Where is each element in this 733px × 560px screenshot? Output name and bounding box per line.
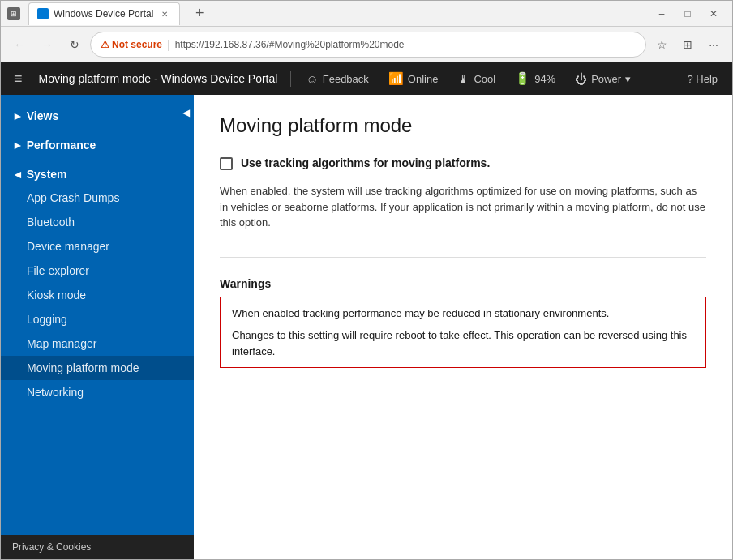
toolbar-divider bbox=[290, 71, 291, 87]
sidebar-category-performance[interactable]: ► Performance bbox=[1, 134, 194, 156]
privacy-cookies-label: Privacy & Cookies bbox=[12, 541, 91, 553]
not-secure-label: Not secure bbox=[112, 39, 162, 50]
battery-label: 94% bbox=[534, 73, 555, 85]
forward-icon: → bbox=[41, 38, 53, 51]
sidebar-scroll: ► Views ► Performance ◄ System App Crash… bbox=[1, 95, 194, 535]
toolbar-title: Moving platform mode - Windows Device Po… bbox=[32, 72, 285, 85]
main-area: ◀ ► Views ► Performance ◄ System bbox=[1, 95, 732, 559]
tracking-checkbox-row: Use tracking algorithms for moving platf… bbox=[220, 156, 706, 170]
content-area: Moving platform mode Use tracking algori… bbox=[194, 95, 732, 559]
sidebar-category-views[interactable]: ► Views bbox=[1, 105, 194, 127]
tab-favicon bbox=[37, 8, 49, 19]
back-icon: ← bbox=[14, 38, 25, 51]
sidebar-item-label: Bluetooth bbox=[27, 216, 75, 229]
nav-tools: ☆ ⊞ ··· bbox=[649, 32, 726, 57]
refresh-icon: ↻ bbox=[70, 38, 79, 51]
sidebar-item-device-manager[interactable]: Device manager bbox=[1, 234, 194, 259]
sidebar-section-system: ◄ System App Crash Dumps Bluetooth Devic… bbox=[1, 160, 194, 408]
title-bar: ⊞ Windows Device Portal ✕ + – □ ✕ bbox=[1, 1, 732, 27]
forward-button[interactable]: → bbox=[35, 32, 59, 57]
collections-button[interactable]: ⊞ bbox=[675, 32, 700, 57]
temperature-icon: 🌡 bbox=[457, 72, 469, 86]
collapse-icon: ◀ bbox=[182, 107, 190, 118]
warnings-title: Warnings bbox=[220, 277, 706, 290]
sidebar-category-system[interactable]: ◄ System bbox=[1, 163, 194, 186]
system-label: ◄ System bbox=[12, 168, 67, 181]
app-toolbar: ≡ Moving platform mode - Windows Device … bbox=[1, 62, 732, 95]
browser-window: ⊞ Windows Device Portal ✕ + – □ ✕ ← → ↻ bbox=[0, 0, 733, 560]
sidebar-item-label: Logging bbox=[27, 313, 67, 326]
power-icon: ⏻ bbox=[575, 72, 587, 86]
sidebar-item-file-explorer[interactable]: File explorer bbox=[1, 259, 194, 283]
warning-line-1: When enabled tracking performance may be… bbox=[232, 306, 694, 322]
power-arrow-icon: ▾ bbox=[625, 73, 631, 85]
sidebar-item-bluetooth[interactable]: Bluetooth bbox=[1, 210, 194, 234]
not-secure-badge: ⚠ Not secure bbox=[101, 39, 162, 50]
tab-close-button[interactable]: ✕ bbox=[158, 7, 171, 20]
sidebar-item-label: App Crash Dumps bbox=[27, 191, 119, 204]
favorites-icon: ☆ bbox=[657, 38, 667, 51]
privacy-cookies-link[interactable]: Privacy & Cookies bbox=[1, 535, 194, 559]
window-icon: ⊞ bbox=[7, 7, 20, 20]
battery-icon: 🔋 bbox=[515, 71, 530, 86]
address-bar[interactable]: ⚠ Not secure | https://192.168.87.36/#Mo… bbox=[90, 32, 646, 58]
online-icon: 📶 bbox=[388, 71, 404, 86]
feedback-label: Feedback bbox=[323, 73, 369, 85]
warning-line-2: Changes to this setting will require reb… bbox=[232, 327, 694, 359]
close-button[interactable]: ✕ bbox=[701, 2, 726, 25]
sidebar-item-label: Moving platform mode bbox=[27, 361, 139, 374]
warnings-section: Warnings When enabled tracking performan… bbox=[220, 277, 706, 369]
online-label: Online bbox=[408, 73, 439, 85]
title-bar-left: ⊞ Windows Device Portal ✕ + bbox=[7, 2, 211, 25]
tracking-checkbox-label: Use tracking algorithms for moving platf… bbox=[241, 156, 490, 169]
power-label: Power bbox=[591, 73, 621, 85]
more-icon: ··· bbox=[709, 38, 718, 51]
sidebar-section-performance: ► Performance bbox=[1, 130, 194, 160]
online-status: 📶 Online bbox=[380, 68, 447, 89]
browser-tab[interactable]: Windows Device Portal ✕ bbox=[28, 2, 180, 25]
window-controls: – □ ✕ bbox=[649, 2, 726, 25]
more-button[interactable]: ··· bbox=[701, 32, 726, 57]
favorites-button[interactable]: ☆ bbox=[649, 32, 674, 57]
sidebar: ◀ ► Views ► Performance ◄ System bbox=[1, 95, 194, 559]
views-label: ► Views bbox=[12, 109, 58, 122]
sidebar-item-logging[interactable]: Logging bbox=[1, 307, 194, 331]
collections-icon: ⊞ bbox=[683, 38, 692, 51]
sidebar-item-app-crash-dumps[interactable]: App Crash Dumps bbox=[1, 186, 194, 210]
sidebar-item-moving-platform-mode[interactable]: Moving platform mode bbox=[1, 356, 194, 380]
sidebar-item-label: Kiosk mode bbox=[27, 289, 86, 301]
new-tab-button[interactable]: + bbox=[188, 2, 211, 25]
sidebar-item-networking[interactable]: Networking bbox=[1, 380, 194, 404]
power-button[interactable]: ⏻ Power ▾ bbox=[567, 69, 639, 89]
sidebar-section-views: ► Views bbox=[1, 101, 194, 130]
address-divider: | bbox=[167, 38, 170, 51]
cool-label: Cool bbox=[474, 73, 495, 85]
feedback-button[interactable]: ☺ Feedback bbox=[298, 69, 376, 89]
refresh-button[interactable]: ↻ bbox=[62, 32, 87, 57]
warning-icon: ⚠ bbox=[101, 39, 109, 50]
section-divider bbox=[220, 257, 706, 258]
tab-title: Windows Device Portal bbox=[54, 8, 153, 19]
warnings-box: When enabled tracking performance may be… bbox=[220, 297, 706, 369]
sidebar-item-map-manager[interactable]: Map manager bbox=[1, 331, 194, 356]
battery-display: 🔋 94% bbox=[507, 68, 564, 89]
description-text: When enabled, the system will use tracki… bbox=[220, 183, 706, 231]
sidebar-collapse-button[interactable]: ◀ bbox=[178, 101, 194, 124]
minimize-button[interactable]: – bbox=[649, 2, 674, 25]
sidebar-item-label: Map manager bbox=[27, 337, 96, 350]
maximize-button[interactable]: □ bbox=[675, 2, 700, 25]
page-title: Moving platform mode bbox=[220, 114, 706, 137]
back-button[interactable]: ← bbox=[7, 32, 32, 57]
performance-label: ► Performance bbox=[12, 139, 96, 152]
address-url: https://192.168.87.36/#Moving%20platform… bbox=[175, 39, 405, 50]
temperature-display: 🌡 Cool bbox=[449, 69, 504, 89]
sidebar-item-label: Device manager bbox=[27, 240, 109, 253]
help-button[interactable]: ? Help bbox=[679, 70, 726, 88]
hamburger-button[interactable]: ≡ bbox=[7, 67, 29, 91]
tracking-checkbox[interactable] bbox=[220, 157, 233, 170]
sidebar-item-label: File explorer bbox=[27, 264, 89, 277]
sidebar-item-kiosk-mode[interactable]: Kiosk mode bbox=[1, 283, 194, 307]
feedback-icon: ☺ bbox=[306, 72, 318, 86]
sidebar-item-label: Networking bbox=[27, 386, 84, 399]
nav-bar: ← → ↻ ⚠ Not secure | https://192.168.87.… bbox=[1, 27, 732, 62]
